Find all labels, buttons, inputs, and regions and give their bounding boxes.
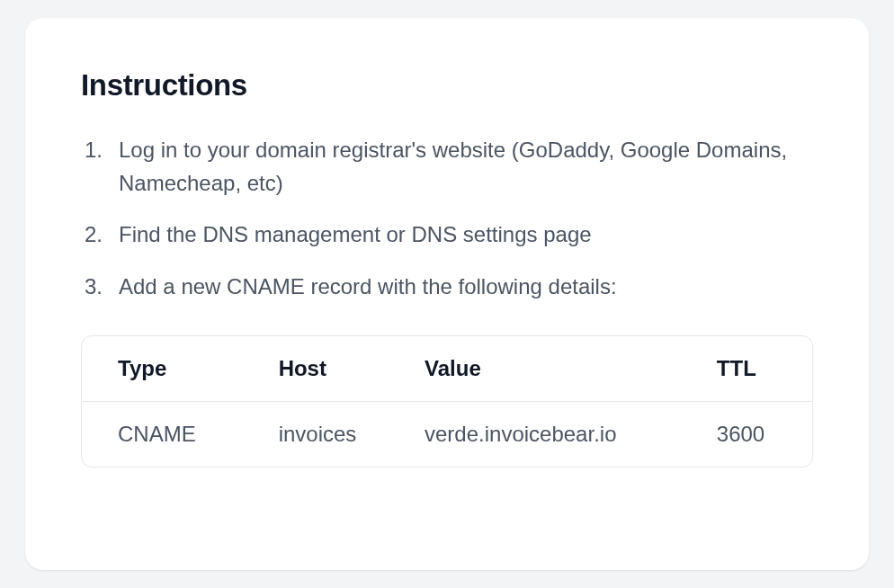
header-type: Type: [82, 336, 243, 402]
instructions-card: Instructions Log in to your domain regis…: [25, 18, 869, 570]
header-host: Host: [243, 336, 389, 402]
instructions-steps: Log in to your domain registrar's websit…: [81, 133, 813, 303]
table-header-row: Type Host Value TTL: [82, 336, 812, 402]
header-value: Value: [389, 336, 681, 402]
table-row: CNAME invoices verde.invoicebear.io 3600: [82, 402, 812, 467]
cell-host: invoices: [243, 402, 389, 467]
step-item: Add a new CNAME record with the followin…: [85, 270, 813, 303]
step-item: Find the DNS management or DNS settings …: [85, 218, 813, 251]
step-item: Log in to your domain registrar's websit…: [85, 133, 813, 200]
dns-record-table: Type Host Value TTL CNAME invoices verde…: [81, 335, 813, 468]
cell-type: CNAME: [82, 402, 243, 467]
cell-value: verde.invoicebear.io: [389, 402, 681, 467]
header-ttl: TTL: [681, 336, 812, 402]
instructions-title: Instructions: [81, 68, 813, 102]
cell-ttl: 3600: [681, 402, 812, 467]
